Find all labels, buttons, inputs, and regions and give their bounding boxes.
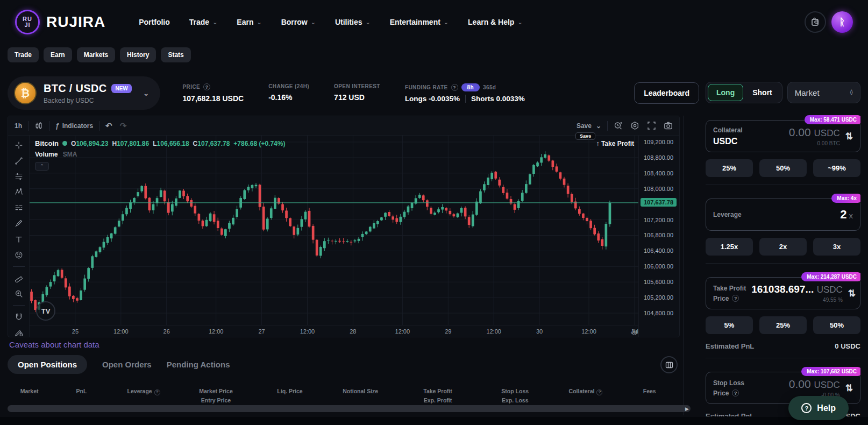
pattern-tool-icon[interactable] — [14, 188, 24, 196]
time-axis[interactable]: ◎ 2512:002612:002712:002812:002912:00301… — [30, 325, 638, 337]
status-dot — [62, 141, 67, 146]
help-icon[interactable]: ? — [732, 389, 739, 396]
positions-tab-pending-actions[interactable]: Pending Actions — [167, 355, 230, 374]
collateral-input[interactable]: Max: 58.471 USDC Collateral USDC 0.00 US… — [706, 120, 860, 152]
swap-icon[interactable]: ⇅ — [848, 288, 856, 299]
columns-settings-button[interactable] — [660, 356, 678, 373]
leverage-section: Max: 4x Leverage 2x 1.25x2x3x — [706, 185, 860, 263]
zoom-tool-icon[interactable] — [14, 289, 24, 298]
undo-button[interactable]: ↶ — [105, 121, 112, 131]
topnav-earn[interactable]: Earn⌄ — [237, 18, 261, 26]
topnav-borrow[interactable]: Borrow⌄ — [281, 18, 316, 26]
help-icon[interactable]: ? — [451, 84, 458, 91]
take-profit-max-badge[interactable]: Max: 214,287 USDC — [801, 272, 860, 281]
topnav-learn-help[interactable]: Learn & Help⌄ — [468, 18, 523, 26]
magnet-tool-icon[interactable] — [14, 313, 24, 321]
take-profit-input[interactable]: Max: 214,287 USDC Take Profit Price? 161… — [706, 277, 860, 309]
positions-tab-open-orders[interactable]: Open Orders — [102, 355, 152, 374]
screenshot-button[interactable] — [664, 121, 673, 130]
column-header-stop-loss: Stop LossExp. Loss — [478, 387, 552, 405]
help-button[interactable]: ? Help — [788, 396, 849, 420]
take-profit-value[interactable]: 161038.697... — [751, 284, 814, 295]
subnav-trade[interactable]: Trade — [8, 47, 39, 62]
topnav-entertainment[interactable]: Entertainment⌄ — [390, 18, 449, 26]
redo-button[interactable]: ↷ — [120, 121, 127, 131]
trendline-tool-icon[interactable] — [14, 157, 24, 165]
subnav-history[interactable]: History — [120, 47, 156, 62]
topnav-utilities[interactable]: Utilities⌄ — [335, 18, 371, 26]
top-right-actions: ᚱ — [805, 11, 853, 33]
caveats-link[interactable]: Caveats about chart data — [9, 340, 99, 349]
price-axis[interactable]: 107,637.78 109,200.00108,800.00108,400.0… — [638, 136, 679, 337]
swap-icon[interactable]: ⇅ — [845, 382, 853, 394]
quick-button-25[interactable]: 25% — [706, 159, 753, 177]
subnav-markets[interactable]: Markets — [77, 47, 115, 62]
forecast-tool-icon[interactable] — [14, 203, 24, 212]
collapse-pane-button[interactable]: ⌃ — [35, 162, 49, 171]
quick-button-5[interactable]: 5% — [706, 316, 753, 334]
quick-button-99[interactable]: ~99% — [813, 159, 860, 177]
leaderboard-button[interactable]: Leaderboard — [634, 82, 699, 104]
chart-settings-button[interactable] — [630, 121, 639, 130]
quick-button-50[interactable]: 50% — [813, 316, 860, 334]
help-icon[interactable]: ? — [203, 83, 210, 90]
market-selector[interactable]: ₿ BTC / USDC NEW Backed by USDC ⌄ — [8, 76, 160, 110]
positions-panel: Open PositionsOpen OrdersPending Actions… — [8, 355, 680, 405]
leverage-value[interactable]: 2 — [840, 208, 846, 221]
topnav-trade[interactable]: Trade⌄ — [189, 18, 218, 26]
legend-symbol[interactable]: Bitcoin — [35, 139, 59, 147]
horizontal-scrollbar[interactable]: ▶ — [8, 405, 691, 412]
alert-button[interactable] — [614, 121, 623, 130]
text-tool-icon[interactable] — [14, 235, 24, 244]
legend-low: 106,656.18 — [157, 140, 189, 147]
brand-wordmark[interactable]: RUJIRA — [46, 13, 105, 31]
help-icon[interactable]: ? — [596, 389, 602, 395]
collateral-max-badge[interactable]: Max: 58.471 USDC — [805, 115, 860, 124]
fullscreen-button[interactable] — [647, 121, 656, 130]
measure-tool-icon[interactable] — [14, 274, 24, 282]
wallet-icon-button[interactable] — [805, 11, 826, 33]
leverage-input[interactable]: Max: 4x Leverage 2x — [706, 199, 860, 231]
collateral-value[interactable]: 0.00 — [789, 126, 811, 138]
tab-short[interactable]: Short — [744, 84, 780, 101]
subnav-stats[interactable]: Stats — [161, 47, 190, 62]
leverage-max-badge[interactable]: Max: 4x — [831, 194, 860, 203]
tradingview-logo[interactable]: TV — [36, 301, 55, 321]
help-icon[interactable]: ? — [154, 389, 160, 395]
drawing-toolbar — [8, 136, 30, 337]
save-dropdown-chevron[interactable]: ⌄ — [596, 122, 601, 130]
fib-lines-tool-icon[interactable] — [14, 172, 24, 181]
lock-drawing-tool-icon[interactable] — [14, 328, 24, 337]
rune-account-button[interactable]: ᚱ — [831, 11, 853, 33]
stop-loss-max-badge[interactable]: Max: 107,682 USDC — [801, 367, 860, 376]
help-icon[interactable]: ? — [732, 295, 739, 302]
topnav-portfolio[interactable]: Portfolio — [139, 18, 170, 26]
crosshair-tool-icon[interactable] — [14, 141, 24, 150]
toolbar-divider — [13, 266, 25, 267]
order-type-select[interactable]: Market ˄˅ — [787, 82, 860, 103]
legend-volume[interactable]: Volume — [35, 151, 58, 158]
quick-button-25[interactable]: 25% — [759, 316, 807, 334]
x-axis-label: 12:00 — [113, 328, 129, 335]
quick-button-3x[interactable]: 3x — [813, 238, 860, 256]
candle-style-button[interactable] — [34, 122, 43, 130]
quick-button-1-25x[interactable]: 1.25x — [706, 238, 753, 256]
tab-long[interactable]: Long — [708, 84, 743, 101]
subnav-earn[interactable]: Earn — [44, 47, 72, 62]
y-axis-label: 106,800.00 — [644, 232, 673, 238]
rujira-logo-icon[interactable]: RU JI — [15, 10, 40, 34]
funding-toggle-365d[interactable]: 365d — [483, 84, 496, 90]
positions-tab-open-positions[interactable]: Open Positions — [8, 355, 87, 374]
swap-icon[interactable]: ⇅ — [845, 131, 853, 142]
indicators-button[interactable]: ƒ Indicators — [55, 122, 93, 130]
chart-plot-area[interactable]: Bitcoin O106,894.23 H107,801.86 L106,656… — [30, 136, 638, 337]
funding-toggle-8h[interactable]: 8h — [461, 83, 480, 91]
save-button[interactable]: Save Save — [577, 122, 592, 130]
interval-button[interactable]: 1h — [15, 122, 22, 130]
emoji-tool-icon[interactable] — [14, 251, 24, 259]
legend-change: +786.68 (+0.74%) — [233, 140, 285, 147]
quick-button-50[interactable]: 50% — [759, 159, 807, 177]
brush-tool-icon[interactable] — [14, 219, 24, 228]
quick-button-2x[interactable]: 2x — [759, 238, 807, 256]
stop-loss-value[interactable]: 0.00 — [789, 378, 811, 390]
